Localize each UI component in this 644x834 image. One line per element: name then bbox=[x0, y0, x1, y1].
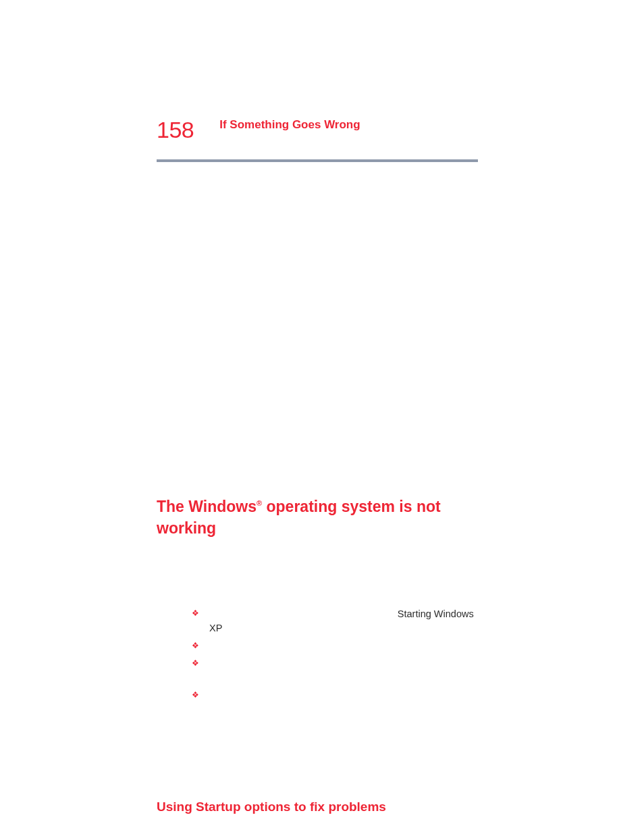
h1-pre: The Windows bbox=[157, 498, 257, 515]
startup-paragraph-1: If Windows® fails to start properly, you… bbox=[189, 822, 479, 834]
page: 158 If Something Goes Wrong placeholder … bbox=[0, 0, 644, 834]
body-column: The Windows® operating system can help y… bbox=[189, 176, 479, 834]
intro-paragraph-1: Once you are familiar with the desktop a… bbox=[189, 545, 479, 600]
header-rule bbox=[157, 159, 478, 162]
list-item: The operating system responds differentl… bbox=[189, 657, 479, 685]
list-item: The operating system fails to start afte… bbox=[189, 607, 479, 635]
b3: The operating system responds differentl… bbox=[209, 658, 462, 683]
b4: The screen does not look right. bbox=[209, 690, 344, 701]
b1-a: The operating system fails to start afte… bbox=[209, 608, 398, 619]
page-number: 158 bbox=[157, 118, 194, 141]
symptom-list: The operating system fails to start afte… bbox=[189, 607, 479, 702]
registered-mark-icon: ® bbox=[257, 499, 262, 507]
intro-paragraph-3: If you experience any of these problems,… bbox=[189, 758, 479, 786]
list-item: The screen does not look right. bbox=[189, 689, 479, 703]
hidden-filler: The Windows® operating system can help y… bbox=[189, 176, 479, 479]
b2: The operating system takes a long time t… bbox=[209, 641, 415, 652]
heading-startup-options: Using Startup options to fix problems bbox=[157, 798, 479, 816]
b1-b: message appears. bbox=[222, 623, 305, 633]
page-header: 158 If Something Goes Wrong bbox=[157, 118, 477, 141]
heading-windows-not-working: The Windows® operating system is not wor… bbox=[157, 496, 479, 540]
chapter-title: If Something Goes Wrong bbox=[219, 118, 360, 132]
list-item: The operating system takes a long time t… bbox=[189, 640, 479, 654]
section-subtitle: placeholder bbox=[215, 142, 477, 154]
header-titles: If Something Goes Wrong bbox=[219, 118, 360, 132]
intro-paragraph-2: Unless a hardware device has failed, pro… bbox=[189, 710, 479, 752]
